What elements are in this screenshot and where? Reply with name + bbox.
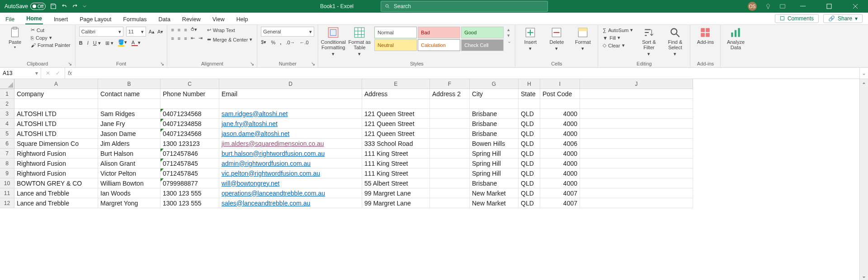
cell[interactable] [580, 198, 693, 208]
cell[interactable] [430, 99, 470, 109]
clear-button[interactable]: ◇Clear ▾ [602, 42, 634, 49]
cell[interactable]: Brisbane [470, 109, 519, 119]
cell[interactable]: Ian Woods [98, 188, 160, 198]
cell[interactable]: 0712457845 [160, 168, 219, 178]
cell[interactable]: 04071234568 [160, 129, 219, 139]
cell[interactable]: Margret Yong [98, 198, 160, 208]
cell[interactable] [14, 99, 98, 109]
cell[interactable] [430, 168, 470, 178]
tab-home[interactable]: Home [25, 14, 43, 24]
cell[interactable]: QLD [519, 119, 540, 129]
cell[interactable]: Brisbane [470, 129, 519, 139]
cell[interactable]: Jason Dame [98, 129, 160, 139]
cell[interactable]: Rightword Fusion [14, 159, 98, 168]
find-select-button[interactable]: Find & Select▾ [664, 27, 686, 56]
cell[interactable]: Contact name [98, 89, 160, 99]
cell[interactable] [580, 139, 693, 149]
sort-filter-button[interactable]: Sort & Filter▾ [637, 27, 660, 56]
cell[interactable]: Jim Alders [98, 139, 160, 149]
cell[interactable]: 4000 [540, 129, 580, 139]
cell[interactable]: Rightword Fusion [14, 149, 98, 159]
column-header[interactable]: D [219, 79, 362, 89]
cell[interactable]: Victor Pelton [98, 168, 160, 178]
cell[interactable]: jane.fry@altoshi.net [219, 119, 362, 129]
column-header[interactable]: A [14, 79, 98, 89]
row-header[interactable]: 6 [0, 139, 14, 149]
cell[interactable]: 1300 123123 [160, 139, 219, 149]
minimize-button[interactable] [794, 0, 812, 13]
cell[interactable]: Lance and Trebble [14, 188, 98, 198]
cell[interactable]: QLD [519, 149, 540, 159]
cell[interactable]: 4006 [540, 139, 580, 149]
cell[interactable]: 1300 123 555 [160, 198, 219, 208]
style-scroll-down-icon[interactable]: ▾ [507, 33, 511, 38]
formula-input[interactable] [75, 68, 859, 79]
cell[interactable]: 0712457845 [160, 159, 219, 168]
cell[interactable]: operations@lanceandtrebble.com.au [219, 188, 362, 198]
enter-formula-icon[interactable]: ✓ [56, 70, 60, 76]
cell[interactable]: 121 Queen Street [362, 109, 430, 119]
decrease-decimal-icon[interactable]: ←.0 [300, 40, 309, 45]
cell[interactable]: Spring Hill [470, 159, 519, 168]
cell[interactable]: 4000 [540, 109, 580, 119]
cell[interactable]: 04071234568 [160, 109, 219, 119]
cell[interactable]: Sam Ridges [98, 109, 160, 119]
align-center-icon[interactable]: ≡ [178, 36, 180, 41]
cell[interactable]: Spring Hill [470, 168, 519, 178]
percent-icon[interactable]: % [271, 40, 275, 45]
cell[interactable]: Brisbane [470, 119, 519, 129]
column-header[interactable]: C [160, 79, 219, 89]
cell[interactable] [430, 109, 470, 119]
conditional-formatting-button[interactable]: Conditional Formatting▾ [322, 27, 344, 56]
cell[interactable] [540, 99, 580, 109]
cell[interactable]: sales@lanceandtrebble.com.au [219, 198, 362, 208]
cell[interactable] [430, 149, 470, 159]
cell[interactable]: Burt Halson [98, 149, 160, 159]
ribbon-display-icon[interactable] [779, 3, 786, 9]
font-color-button[interactable]: A▾ [132, 40, 141, 46]
cell[interactable]: 4000 [540, 159, 580, 168]
cell[interactable]: 121 Queen Street [362, 119, 430, 129]
cell-styles-gallery[interactable]: Normal Bad Good Neutral Calculation Chec… [374, 27, 504, 51]
delete-cells-button[interactable]: Delete▾ [545, 27, 568, 51]
scroll-down-icon[interactable] [860, 273, 868, 280]
cancel-formula-icon[interactable]: ✕ [46, 70, 50, 76]
cell[interactable]: jim.alders@squaredimensoion.co.au [219, 139, 362, 149]
row-header[interactable]: 8 [0, 159, 14, 168]
cell[interactable]: 111 King Street [362, 159, 430, 168]
style-normal[interactable]: Normal [374, 27, 417, 38]
cell[interactable]: New Market [470, 198, 519, 208]
cell[interactable]: 111 King Street [362, 149, 430, 159]
cell[interactable]: William Bowton [98, 178, 160, 188]
column-header[interactable]: E [362, 79, 430, 89]
cell[interactable]: Spring Hill [470, 149, 519, 159]
cell[interactable]: 4000 [540, 119, 580, 129]
name-box[interactable]: A13▾ [0, 68, 41, 79]
redo-icon[interactable] [72, 3, 78, 9]
cell[interactable]: 0712457846 [160, 149, 219, 159]
cell[interactable]: 121 Queen Street [362, 129, 430, 139]
cell[interactable] [580, 178, 693, 188]
cell[interactable]: admin@rightwordfusion.com.au [219, 159, 362, 168]
scroll-up-icon[interactable] [860, 79, 868, 87]
cell[interactable]: Jane Fry [98, 119, 160, 129]
cell[interactable]: QLD [519, 178, 540, 188]
align-right-icon[interactable]: ≡ [184, 36, 187, 41]
close-button[interactable] [846, 0, 864, 13]
cell[interactable]: QLD [519, 188, 540, 198]
cell[interactable] [470, 99, 519, 109]
cell[interactable]: Phone Number [160, 89, 219, 99]
cell[interactable]: BOWTON GREY & CO [14, 178, 98, 188]
cell[interactable]: Email [219, 89, 362, 99]
cell[interactable]: Square Dimension Co [14, 139, 98, 149]
underline-button[interactable]: U ▾ [93, 40, 101, 46]
cell[interactable] [430, 139, 470, 149]
autosave-toggle[interactable]: AutoSave Off [5, 3, 46, 10]
format-painter-button[interactable]: 🖌Format Painter [30, 42, 71, 48]
cell[interactable]: QLD [519, 198, 540, 208]
autosum-button[interactable]: ∑AutoSum ▾ [602, 27, 634, 33]
cell[interactable]: 99 Margret Lane [362, 198, 430, 208]
row-header[interactable]: 9 [0, 168, 14, 178]
cut-button[interactable]: ✂Cut [30, 27, 71, 33]
cell[interactable]: 4000 [540, 149, 580, 159]
